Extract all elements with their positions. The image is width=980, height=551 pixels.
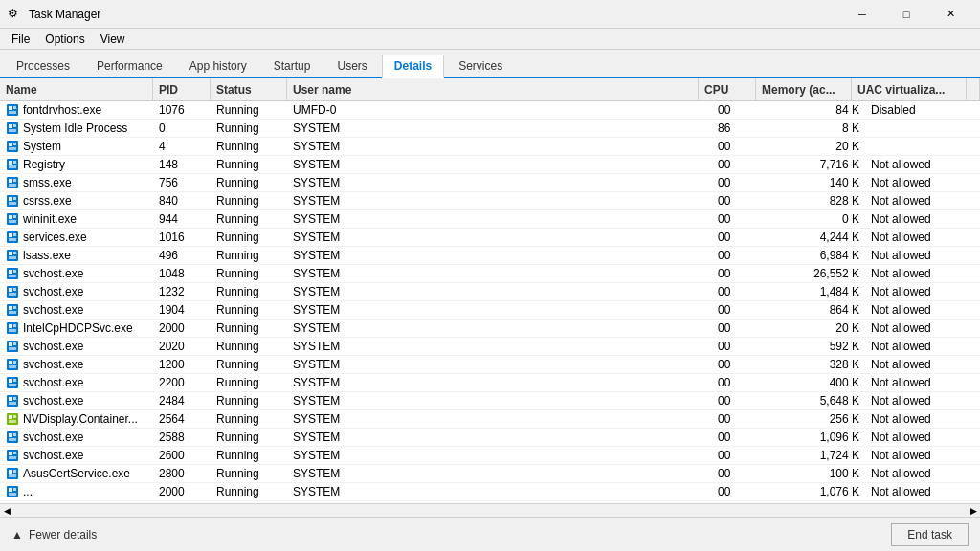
table-row[interactable]: svchost.exe1200RunningSYSTEM00328 KNot a…: [0, 356, 980, 374]
menu-item-options[interactable]: Options: [37, 31, 92, 48]
process-name-cell: System: [0, 138, 153, 155]
window-title: Task Manager: [29, 8, 100, 21]
table-row[interactable]: NVDisplay.Container...2564RunningSYSTEM0…: [0, 410, 980, 429]
process-name-cell: smss.exe: [0, 174, 153, 191]
minimize-button[interactable]: ─: [840, 0, 884, 29]
table-row[interactable]: svchost.exe2588RunningSYSTEM001,096 KNot…: [0, 429, 980, 447]
table-row[interactable]: services.exe1016RunningSYSTEM004,244 KNo…: [0, 229, 980, 247]
table-row[interactable]: ...2000RunningSYSTEM001,076 KNot allowed: [0, 483, 980, 501]
process-user-cell: SYSTEM: [287, 265, 712, 282]
svg-rect-22: [13, 197, 16, 200]
svg-rect-17: [9, 179, 12, 183]
table-row[interactable]: svchost.exe2020RunningSYSTEM00592 KNot a…: [0, 338, 980, 356]
process-cpu-cell: 00: [712, 465, 769, 482]
table-row[interactable]: fontdrvhost.exe1076RunningUMFD-00084 KDi…: [0, 101, 980, 120]
svg-rect-2: [13, 106, 16, 109]
close-button[interactable]: ✕: [928, 0, 972, 29]
svg-rect-85: [9, 488, 12, 492]
table-row[interactable]: AsusCertService.exe2800RunningSYSTEM0010…: [0, 465, 980, 483]
table-row[interactable]: lsass.exe496RunningSYSTEM006,984 KNot al…: [0, 247, 980, 265]
column-header-1[interactable]: PID: [153, 78, 211, 100]
column-header-5[interactable]: Memory (ac...: [756, 78, 852, 100]
tab-services[interactable]: Services: [446, 55, 515, 77]
process-name-cell: wininit.exe: [0, 210, 153, 228]
process-status-cell: Running: [211, 356, 287, 373]
column-header-4[interactable]: CPU: [699, 78, 756, 100]
table-row[interactable]: svchost.exe1904RunningSYSTEM00864 KNot a…: [0, 301, 980, 320]
column-header-0[interactable]: Name: [0, 78, 153, 100]
process-status-cell: Running: [211, 265, 287, 282]
process-memory-cell: 100 K: [769, 465, 865, 482]
tab-processes[interactable]: Processes: [4, 55, 82, 77]
process-memory-cell: 0 K: [769, 210, 865, 228]
process-name-text: svchost.exe: [23, 449, 83, 462]
table-row[interactable]: svchost.exe2484RunningSYSTEM005,648 KNot…: [0, 392, 980, 410]
process-icon: [6, 358, 19, 371]
column-header-2[interactable]: Status: [211, 78, 287, 100]
column-header-3[interactable]: User name: [287, 78, 699, 100]
table-row[interactable]: svchost.exe2200RunningSYSTEM00400 KNot a…: [0, 374, 980, 392]
maximize-button[interactable]: □: [884, 0, 928, 29]
table-row[interactable]: IntelCpHDCPSvc.exe2000RunningSYSTEM0020 …: [0, 320, 980, 338]
table-row[interactable]: wininit.exe944RunningSYSTEM000 KNot allo…: [0, 210, 980, 229]
process-user-cell: SYSTEM: [287, 465, 712, 482]
process-name-cell: services.exe: [0, 229, 153, 246]
table-row[interactable]: csrss.exe840RunningSYSTEM00828 KNot allo…: [0, 192, 980, 210]
process-pid-cell: 840: [153, 192, 211, 209]
process-user-cell: SYSTEM: [287, 156, 712, 173]
process-user-cell: SYSTEM: [287, 192, 712, 209]
title-bar: ⚙ Task Manager ─ □ ✕: [0, 0, 980, 29]
process-name-cell: csrss.exe: [0, 192, 153, 209]
svg-rect-79: [9, 456, 16, 459]
process-name-text: csrss.exe: [23, 194, 72, 208]
process-status-cell: Running: [211, 410, 287, 428]
process-cpu-cell: 00: [712, 392, 769, 409]
tab-details[interactable]: Details: [382, 55, 444, 78]
process-uac-cell: Not allowed: [865, 392, 980, 409]
table-row[interactable]: svchost.exe1048RunningSYSTEM0026,552 KNo…: [0, 265, 980, 283]
svg-rect-50: [13, 324, 16, 327]
svg-rect-10: [13, 143, 16, 145]
horizontal-scrollbar[interactable]: ◀ ▶: [0, 503, 980, 517]
table-row[interactable]: System4RunningSYSTEM0020 K: [0, 138, 980, 156]
table-row[interactable]: smss.exe756RunningSYSTEM00140 KNot allow…: [0, 174, 980, 192]
column-header-6[interactable]: UAC virtualiza...: [852, 78, 967, 100]
end-task-button[interactable]: End task: [891, 523, 969, 546]
bottom-bar: ▲ Fewer details End task: [0, 517, 980, 551]
svg-rect-69: [9, 415, 12, 419]
tab-startup[interactable]: Startup: [261, 55, 323, 77]
title-bar-left: ⚙ Task Manager: [8, 7, 100, 22]
process-uac-cell: Not allowed: [865, 447, 980, 464]
svg-rect-67: [9, 402, 16, 405]
svg-rect-49: [9, 324, 12, 328]
process-status-cell: Running: [211, 192, 287, 209]
table-row[interactable]: svchost.exe2600RunningSYSTEM001,724 KNot…: [0, 447, 980, 465]
table-row[interactable]: svchost.exe1232RunningSYSTEM001,484 KNot…: [0, 283, 980, 301]
scroll-right-button[interactable]: ▶: [967, 504, 980, 518]
process-status-cell: Running: [211, 174, 287, 191]
main-content: NamePIDStatusUser nameCPUMemory (ac...UA…: [0, 78, 980, 503]
process-name-text: Registry: [23, 158, 65, 171]
process-uac-cell: Disabled: [865, 101, 980, 119]
process-name-text: lsass.exe: [23, 249, 71, 262]
svg-rect-71: [9, 420, 16, 423]
process-status-cell: Running: [211, 210, 287, 228]
table-row[interactable]: System Idle Process0RunningSYSTEM868 K: [0, 120, 980, 138]
process-memory-cell: 4,244 K: [769, 229, 865, 246]
tab-users[interactable]: Users: [324, 55, 379, 77]
process-user-cell: SYSTEM: [287, 174, 712, 191]
table-body[interactable]: fontdrvhost.exe1076RunningUMFD-00084 KDi…: [0, 101, 980, 503]
process-user-cell: SYSTEM: [287, 301, 712, 319]
process-status-cell: Running: [211, 483, 287, 500]
menu-item-view[interactable]: View: [93, 31, 133, 48]
tab-performance[interactable]: Performance: [84, 55, 175, 77]
app-icon: ⚙: [8, 7, 23, 22]
fewer-details-button[interactable]: ▲ Fewer details: [11, 528, 97, 541]
tab-app-history[interactable]: App history: [177, 55, 259, 77]
scroll-left-button[interactable]: ◀: [0, 504, 13, 518]
process-uac-cell: [865, 120, 980, 137]
table-row[interactable]: Registry148RunningSYSTEM007,716 KNot all…: [0, 156, 980, 174]
svg-rect-86: [13, 488, 16, 491]
menu-item-file[interactable]: File: [4, 31, 37, 48]
process-uac-cell: Not allowed: [865, 483, 980, 500]
